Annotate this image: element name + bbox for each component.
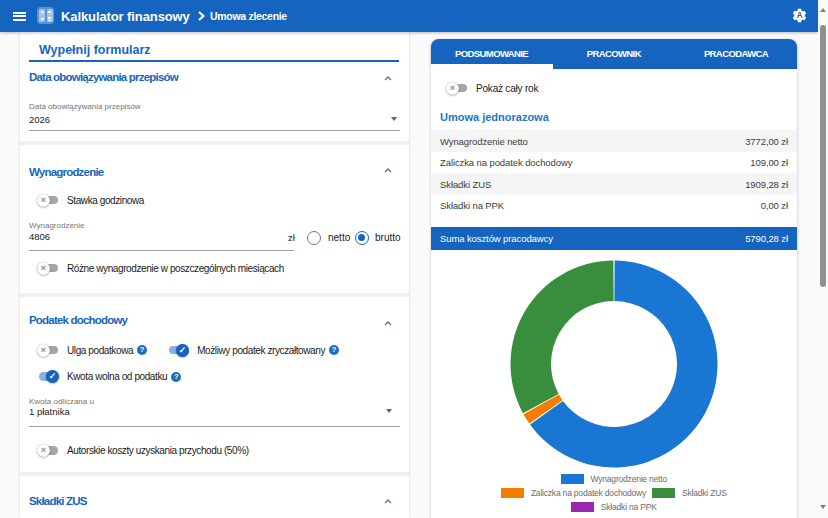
svg-text:A: A — [796, 10, 802, 20]
